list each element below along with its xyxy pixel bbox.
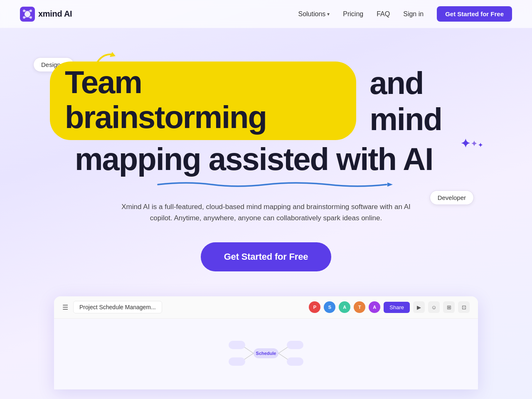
sparkle-icon-large: ✦	[461, 137, 469, 150]
app-preview: ☰ Project Schedule Managem... P S A T A …	[54, 296, 478, 389]
avatar-a2: A	[369, 301, 380, 313]
nav-pricing[interactable]: Pricing	[343, 10, 363, 18]
menu-icon[interactable]: ☰	[62, 303, 68, 311]
emoji-icon[interactable]: ☺	[428, 301, 440, 313]
svg-rect-20	[287, 341, 303, 349]
sparkle-icon-medium: ✦	[471, 139, 476, 150]
avatar-s: S	[324, 301, 335, 313]
svg-point-1	[25, 11, 30, 17]
toolbar-left: ☰ Project Schedule Managem...	[62, 301, 162, 313]
cta-wrapper: Get Started for Free	[33, 242, 499, 271]
headline-rest: and mind	[369, 65, 499, 137]
svg-rect-19	[229, 357, 245, 366]
nav-signin[interactable]: Sign in	[403, 10, 424, 18]
wave-underline	[154, 180, 395, 188]
headline-pill: Team brainstorming	[50, 62, 356, 140]
svg-line-9	[27, 17, 31, 17]
app-canvas: Schedule	[54, 319, 478, 389]
toolbar-right: P S A T A Share ▶ ☺ ⊞ ⊡	[309, 301, 470, 313]
sparkle-icon-small: ✦	[478, 142, 482, 150]
svg-line-6	[24, 11, 27, 11]
svg-line-8	[24, 17, 27, 17]
logo-icon	[20, 7, 35, 22]
avatar-p: P	[309, 301, 320, 313]
mindmap-preview: Schedule	[224, 337, 308, 370]
navbar: xmind AI Solutions ▾ Pricing FAQ Sign in…	[0, 0, 532, 28]
nav-cta-button[interactable]: Get Started for Free	[437, 6, 512, 22]
canvas-placeholder: Schedule	[224, 337, 308, 371]
layout-icon[interactable]: ⊡	[458, 301, 470, 313]
hero-section: Designer Team brainstorming and mind map…	[0, 28, 532, 399]
nav-solutions[interactable]: Solutions ▾	[298, 10, 330, 18]
share-button[interactable]: Share	[384, 302, 410, 313]
nav-links: Solutions ▾ Pricing FAQ Sign in Get Star…	[298, 6, 512, 22]
svg-rect-18	[229, 341, 245, 349]
logo[interactable]: xmind AI	[20, 7, 72, 22]
hero-subtitle: Xmind AI is a full-featured, cloud-based…	[121, 201, 411, 224]
svg-line-7	[27, 11, 31, 11]
list-icon[interactable]: ⊞	[443, 301, 455, 313]
headline-line2: mapping assisted with AI ✦ ✦ ✦	[50, 141, 499, 177]
toolbar-title[interactable]: Project Schedule Managem...	[73, 301, 162, 313]
chevron-down-icon: ▾	[327, 11, 330, 17]
developer-badge: Developer	[430, 190, 474, 205]
hero-cta-button[interactable]: Get Started for Free	[201, 242, 332, 271]
logo-text: xmind AI	[38, 9, 72, 19]
sparkle-decoration: ✦ ✦ ✦	[461, 137, 482, 150]
svg-marker-11	[387, 182, 393, 187]
avatar-a1: A	[339, 301, 350, 313]
svg-rect-21	[287, 357, 303, 366]
hero-content: Team brainstorming and mind mapping assi…	[33, 53, 499, 271]
app-toolbar: ☰ Project Schedule Managem... P S A T A …	[54, 296, 478, 319]
nav-faq[interactable]: FAQ	[377, 10, 390, 18]
avatar-t: T	[354, 301, 365, 313]
video-icon[interactable]: ▶	[413, 301, 425, 313]
svg-text:Schedule: Schedule	[256, 351, 276, 356]
